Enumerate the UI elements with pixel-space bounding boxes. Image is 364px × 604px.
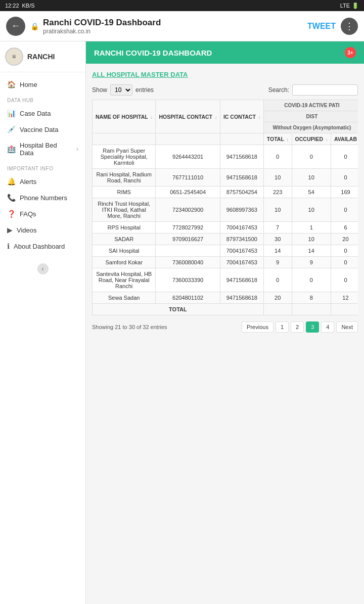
sidebar-collapse-button[interactable]: ‹	[37, 263, 49, 274]
cell-available: 6	[331, 222, 358, 234]
notification-badge[interactable]: 3+	[345, 47, 356, 58]
cell-occupied: 10	[292, 169, 331, 187]
cell-ic-contact: 7004167453	[220, 245, 263, 257]
cell-total: 9	[263, 257, 292, 268]
col-hospital-name: NAME OF HOSPITAL ↕	[93, 100, 156, 133]
content-area: ALL HOSPITAL MASTER DATA Show 10 25 50 e…	[86, 64, 364, 340]
col-sub-group: DIST	[263, 111, 358, 122]
showing-text: Showing 21 to 30 of 32 entries	[92, 324, 167, 330]
col-hospital-contact: HOSPITAL CONTACT ↕	[156, 100, 220, 133]
section-title: ALL HOSPITAL MASTER DATA	[92, 71, 358, 78]
vaccine-icon: 💉	[7, 125, 16, 133]
cell-total: 30	[263, 234, 292, 245]
sidebar-item-hospital-label: Hospital Bed Data	[20, 142, 72, 157]
info-icon: ℹ	[7, 242, 10, 250]
table-row: Sewa Sadan 6204801102 9471568618 20 8 12	[93, 292, 358, 304]
cell-hospital-contact: 9264443201	[156, 145, 220, 169]
sidebar-item-about[interactable]: ℹ About Dashboard	[0, 238, 85, 254]
sidebar-item-home[interactable]: 🏠 Home	[0, 76, 85, 92]
ranchi-logo: 🏛	[5, 48, 23, 66]
cell-occupied: 10	[292, 198, 331, 222]
sidebar-item-faqs[interactable]: ❓ FAQs	[0, 206, 85, 222]
sort-total: ↕	[287, 137, 289, 142]
table-row: RIMS 0651-2545404 8757504254 223 54 169	[93, 187, 358, 198]
page-3-button[interactable]: 3	[306, 321, 319, 333]
sidebar-nav: 🏠 Home DATA HUB 📊 Case Data 💉 Vaccine Da…	[0, 72, 85, 258]
cell-occupied: 14	[292, 245, 331, 257]
tweet-button[interactable]: TWEET	[307, 22, 336, 31]
sidebar-item-case-data-label: Case Data	[20, 110, 51, 117]
sidebar-item-case-data[interactable]: 📊 Case Data	[0, 105, 85, 121]
main-header-title: RANCHI COVID-19 DASHBOARD	[94, 49, 212, 57]
home-icon: 🏠	[7, 80, 16, 88]
page-url: pratirakshak.co.in	[43, 28, 161, 35]
cell-available: 20	[331, 234, 358, 245]
cell-occupied: 1	[292, 222, 331, 234]
total-available	[331, 304, 358, 315]
cell-hospital-contact: 7360033390	[156, 268, 220, 292]
sidebar-item-hospital-bed-data[interactable]: 🏥 Hospital Bed Data ›	[0, 137, 85, 161]
page-1-button[interactable]: 1	[276, 321, 289, 333]
browser-title-text: Ranchi COVID-19 Dashboard pratirakshak.c…	[43, 18, 161, 35]
cell-total: 223	[263, 187, 292, 198]
cell-name: RPS Hospital	[93, 222, 156, 234]
cell-name: Ram Pyari Super Speciality Hospital, Kar…	[93, 145, 156, 169]
cell-occupied: 8	[292, 292, 331, 304]
sidebar-item-phone-numbers[interactable]: 📞 Phone Numbers	[0, 190, 85, 206]
cell-available: 169	[331, 187, 358, 198]
cell-occupied: 9	[292, 257, 331, 268]
sidebar-header: 🏛 RANCHI	[0, 41, 85, 72]
more-button[interactable]: ⋮	[341, 18, 358, 35]
cell-occupied: 0	[292, 268, 331, 292]
cell-available: 0	[331, 169, 358, 187]
cell-name: Santevita Hospital, HB Road, Near Firaya…	[93, 268, 156, 292]
browser-bar: ← 🔒 Ranchi COVID-19 Dashboard pratiraksh…	[0, 11, 364, 41]
previous-button[interactable]: Previous	[242, 321, 274, 333]
entries-select[interactable]: 10 25 50	[110, 84, 132, 96]
cell-hospital-contact: 7728027992	[156, 222, 220, 234]
cell-ic-contact: 8797341500	[220, 234, 263, 245]
col-without-oxygen: Without Oxygen (Asymptomatic)	[263, 122, 358, 133]
status-left: 12:22 KB/S	[5, 3, 35, 9]
page-2-button[interactable]: 2	[291, 321, 304, 333]
phone-icon: 📞	[7, 194, 16, 202]
table-wrapper: NAME OF HOSPITAL ↕ HOSPITAL CONTACT ↕ IC…	[92, 100, 358, 315]
status-right: LTE 🔋	[340, 3, 359, 9]
page-4-button[interactable]: 4	[321, 321, 334, 333]
browser-title-area: 🔒 Ranchi COVID-19 Dashboard pratirakshak…	[30, 18, 307, 35]
table-row: Rani Hospital, Radium Road, Ranchi 76771…	[93, 169, 358, 187]
faq-icon: ❓	[7, 210, 16, 218]
pagination: Previous 1 2 3 4 Next	[242, 321, 358, 333]
back-button[interactable]: ←	[6, 17, 25, 36]
chart-icon: 📊	[7, 109, 16, 117]
next-button[interactable]: Next	[336, 321, 358, 333]
table-row: Ram Pyari Super Speciality Hospital, Kar…	[93, 145, 358, 169]
cell-ic-contact: 9471568618	[220, 292, 263, 304]
cell-available: 0	[331, 145, 358, 169]
alert-icon: 🔔	[7, 177, 16, 185]
sidebar-item-alerts[interactable]: 🔔 Alerts	[0, 173, 85, 190]
cell-ic-contact: 7004167453	[220, 257, 263, 268]
search-input[interactable]	[292, 84, 358, 96]
table-row: Rinchi Trust Hospital, ITKI Road, Kathal…	[93, 198, 358, 222]
hospital-table: NAME OF HOSPITAL ↕ HOSPITAL CONTACT ↕ IC…	[92, 100, 358, 315]
sort-icon-3: ↕	[258, 115, 260, 120]
cell-total: 10	[263, 198, 292, 222]
sidebar-item-home-label: Home	[20, 81, 37, 88]
important-info-section: IMPORTANT INFO	[0, 161, 85, 173]
cell-hospital-contact: 7677111010	[156, 169, 220, 187]
show-label: Show	[92, 86, 107, 94]
status-bar: 12:22 KB/S LTE 🔋	[0, 0, 364, 11]
table-row: Samford Kokar 7360080040 7004167453 9 9 …	[93, 257, 358, 268]
table-row: SADAR 9709016627 8797341500 30 10 20	[93, 234, 358, 245]
network-type: LTE	[340, 3, 350, 9]
sidebar-item-videos[interactable]: ▶ Videos	[0, 222, 85, 238]
cell-ic-contact: 9471568618	[220, 145, 263, 169]
cell-available: 0	[331, 257, 358, 268]
col-name-header	[93, 133, 156, 145]
cell-available: 0	[331, 198, 358, 222]
cell-name: Sewa Sadan	[93, 292, 156, 304]
total-total	[263, 304, 292, 315]
cell-available: 0	[331, 245, 358, 257]
sidebar-item-vaccine-data[interactable]: 💉 Vaccine Data	[0, 121, 85, 137]
